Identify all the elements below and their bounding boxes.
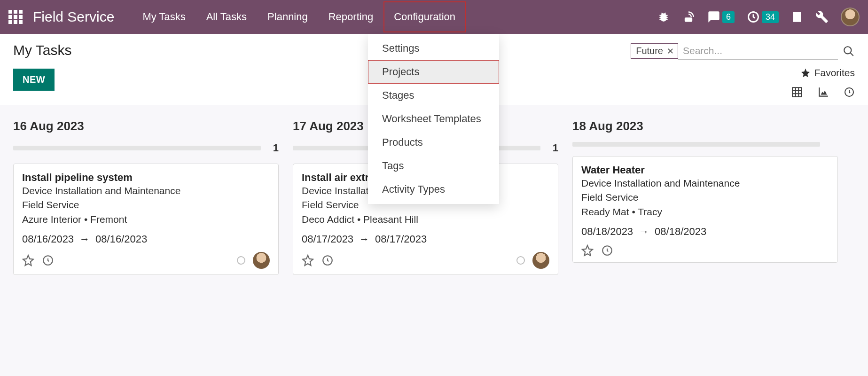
dropdown-stages[interactable]: Stages bbox=[368, 84, 499, 107]
clock-icon[interactable] bbox=[601, 244, 613, 257]
arrow-right-icon: → bbox=[639, 226, 649, 238]
dropdown-activity-types[interactable]: Activity Types bbox=[368, 178, 499, 201]
task-service: Field Service bbox=[581, 190, 829, 204]
task-date-from: 08/17/2023 bbox=[302, 233, 353, 245]
assignee-avatar[interactable] bbox=[532, 252, 549, 269]
task-title: Install pipeline system bbox=[22, 172, 270, 184]
nav-reporting[interactable]: Reporting bbox=[318, 1, 383, 32]
task-customer: Azure Interior • Fremont bbox=[22, 212, 270, 227]
page-title: My Tasks bbox=[13, 42, 71, 58]
activities-badge: 34 bbox=[762, 11, 779, 23]
svg-point-2 bbox=[844, 47, 851, 54]
clock-icon[interactable] bbox=[42, 254, 54, 266]
task-date-from: 08/16/2023 bbox=[22, 233, 74, 245]
arrow-right-icon: → bbox=[359, 233, 369, 245]
task-service: Field Service bbox=[22, 198, 270, 212]
task-date-to: 08/16/2023 bbox=[95, 233, 147, 245]
nav-planning[interactable]: Planning bbox=[257, 1, 318, 32]
clock-icon[interactable] bbox=[321, 254, 334, 266]
task-date-to: 08/18/2023 bbox=[655, 226, 706, 238]
state-dot[interactable] bbox=[516, 256, 525, 265]
search-icon[interactable] bbox=[843, 45, 855, 57]
column-progress-bar[interactable] bbox=[572, 142, 820, 147]
topbar: Field Service My Tasks All Tasks Plannin… bbox=[0, 0, 868, 34]
dropdown-products[interactable]: Products bbox=[368, 131, 499, 154]
nav-items: My Tasks All Tasks Planning Reporting Co… bbox=[132, 1, 466, 32]
view-activity-icon[interactable] bbox=[844, 86, 855, 98]
task-card[interactable]: Water Heater Device Installation and Mai… bbox=[572, 156, 838, 263]
facet-remove-icon[interactable]: ✕ bbox=[667, 46, 674, 56]
building-icon[interactable] bbox=[791, 11, 803, 23]
app-title[interactable]: Field Service bbox=[33, 9, 114, 25]
nav-my-tasks[interactable]: My Tasks bbox=[132, 1, 195, 32]
column-count: 1 bbox=[267, 142, 279, 154]
task-card[interactable]: Install pipeline system Device Installat… bbox=[13, 164, 279, 275]
favorites-menu[interactable]: Favorites bbox=[800, 67, 855, 78]
svg-rect-0 bbox=[685, 18, 692, 21]
view-pivot-icon[interactable] bbox=[791, 86, 803, 98]
star-icon[interactable] bbox=[302, 254, 314, 266]
column-date[interactable]: 16 Aug 2023 bbox=[13, 119, 279, 133]
apps-icon[interactable] bbox=[8, 10, 23, 24]
messages-badge: 6 bbox=[722, 11, 735, 23]
dropdown-tags[interactable]: Tags bbox=[368, 154, 499, 178]
column-progress-bar[interactable] bbox=[13, 146, 261, 150]
messages-icon[interactable]: 6 bbox=[707, 10, 735, 24]
tools-icon[interactable] bbox=[815, 10, 829, 24]
state-dot[interactable] bbox=[237, 256, 245, 265]
kanban-column: 16 Aug 2023 1 Install pipeline system De… bbox=[13, 119, 279, 275]
kanban-column: 18 Aug 2023 Water Heater Device Installa… bbox=[572, 119, 838, 275]
star-icon[interactable] bbox=[22, 254, 34, 266]
star-icon[interactable] bbox=[581, 244, 594, 257]
dial-icon[interactable] bbox=[682, 10, 695, 24]
search-area: Future ✕ Favorites bbox=[631, 42, 855, 98]
search-facet[interactable]: Future ✕ bbox=[631, 43, 678, 59]
search-input[interactable] bbox=[678, 42, 838, 60]
favorites-label: Favorites bbox=[814, 67, 855, 78]
dropdown-settings[interactable]: Settings bbox=[368, 37, 499, 60]
column-count: 1 bbox=[547, 142, 558, 154]
task-customer: Deco Addict • Pleasant Hill bbox=[302, 212, 549, 227]
nav-configuration[interactable]: Configuration bbox=[383, 1, 466, 32]
activities-icon[interactable]: 34 bbox=[747, 10, 779, 24]
dropdown-worksheet-templates[interactable]: Worksheet Templates bbox=[368, 107, 499, 131]
task-customer: Ready Mat • Tracy bbox=[581, 205, 829, 219]
new-button[interactable]: NEW bbox=[13, 69, 55, 91]
avatar[interactable] bbox=[841, 8, 860, 26]
task-project: Device Installation and Maintenance bbox=[581, 176, 829, 190]
bug-icon[interactable] bbox=[657, 11, 670, 23]
task-title: Water Heater bbox=[581, 164, 829, 176]
task-date-to: 08/17/2023 bbox=[375, 233, 427, 245]
dropdown-projects[interactable]: Projects bbox=[368, 60, 499, 84]
task-date-from: 08/18/2023 bbox=[581, 226, 633, 238]
svg-rect-3 bbox=[792, 87, 802, 97]
arrow-right-icon: → bbox=[79, 233, 90, 245]
view-graph-icon[interactable] bbox=[817, 86, 829, 98]
configuration-dropdown: Settings Projects Stages Worksheet Templ… bbox=[368, 34, 499, 204]
column-date[interactable]: 18 Aug 2023 bbox=[572, 119, 838, 133]
assignee-avatar[interactable] bbox=[253, 252, 270, 269]
task-project: Device Installation and Maintenance bbox=[22, 184, 270, 198]
topbar-right: 6 34 bbox=[657, 8, 860, 26]
nav-all-tasks[interactable]: All Tasks bbox=[196, 1, 257, 32]
facet-label: Future bbox=[636, 46, 663, 56]
